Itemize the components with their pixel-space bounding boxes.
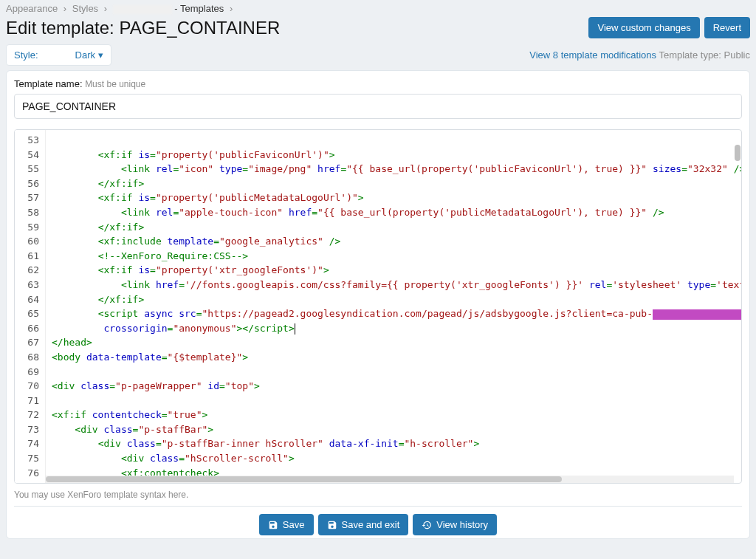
- template-type-label: Template type: Public: [659, 49, 750, 61]
- vertical-scrollbar-thumb[interactable]: [735, 145, 740, 161]
- horizontal-scrollbar[interactable]: [46, 476, 734, 483]
- caret-down-icon: ▾: [98, 49, 103, 61]
- chevron-right-icon: ›: [104, 3, 107, 14]
- breadcrumb-appearance[interactable]: Appearance: [6, 3, 58, 14]
- helper-text: You may use XenForo template syntax here…: [14, 484, 742, 500]
- view-custom-changes-button[interactable]: View custom changes: [588, 17, 699, 38]
- chevron-right-icon: ›: [230, 3, 233, 14]
- revert-button[interactable]: Revert: [704, 17, 750, 38]
- code-content[interactable]: <xf:if is="property('publicFaviconUrl')"…: [46, 130, 741, 483]
- horizontal-scrollbar-thumb[interactable]: [46, 476, 562, 482]
- breadcrumb: Appearance › Styles › - Templates ›: [0, 0, 756, 17]
- breadcrumb-current: - Templates: [174, 3, 224, 14]
- save-button[interactable]: Save: [259, 514, 314, 535]
- history-icon: [422, 520, 432, 530]
- save-icon: [268, 520, 278, 530]
- chevron-right-icon: ›: [63, 3, 66, 14]
- code-editor[interactable]: 5354555657585960616263646566676869707172…: [14, 129, 742, 484]
- save-icon: [327, 520, 337, 530]
- style-selector[interactable]: Style: Dark ▾: [6, 44, 111, 66]
- vertical-scrollbar[interactable]: [734, 130, 741, 483]
- page-title: Edit template: PAGE_CONTAINER: [6, 18, 280, 38]
- template-name-label: Template name: Must be unique: [14, 78, 742, 89]
- save-and-exit-button[interactable]: Save and exit: [318, 514, 409, 535]
- style-selector-label: Style:: [14, 49, 38, 61]
- style-selector-value: Dark ▾: [75, 49, 103, 61]
- template-name-input[interactable]: [14, 94, 742, 119]
- breadcrumb-styles[interactable]: Styles: [72, 3, 98, 14]
- line-gutter: 5354555657585960616263646566676869707172…: [15, 130, 46, 483]
- view-template-modifications-link[interactable]: View 8 template modifications: [529, 49, 656, 61]
- footer-bar: Save Save and exit View history: [14, 506, 742, 535]
- main-panel: Template name: Must be unique 5354555657…: [6, 70, 750, 539]
- view-history-button[interactable]: View history: [413, 514, 497, 535]
- breadcrumb-style-name-redacted: [113, 5, 172, 14]
